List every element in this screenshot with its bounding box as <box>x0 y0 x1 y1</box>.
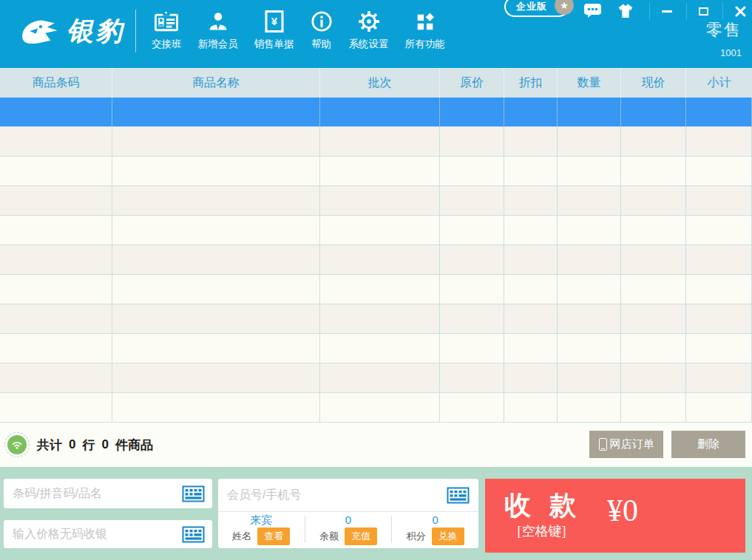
table-cell <box>558 363 621 393</box>
table-row[interactable] <box>0 127 752 157</box>
member-name-value: 来宾 <box>250 514 272 527</box>
table-row[interactable] <box>0 334 752 363</box>
table-cell <box>112 216 320 245</box>
phone-icon <box>599 438 607 451</box>
keyboard-icon[interactable] <box>447 487 470 504</box>
table-row[interactable] <box>0 157 752 186</box>
brand-name: 银豹 <box>67 13 124 49</box>
table-cell <box>440 186 504 216</box>
wifi-icon[interactable] <box>7 435 27 454</box>
column-header-subtotal: 小计 <box>686 68 752 98</box>
title-bar: 银豹 交接班 <box>0 0 752 68</box>
toolbar-item-label: 新增会员 <box>198 38 238 51</box>
table-cell <box>621 275 686 304</box>
brand-logo: 银豹 <box>18 13 124 49</box>
table-cell <box>320 393 440 423</box>
star-icon: ★ <box>555 0 574 15</box>
table-cell <box>320 127 440 157</box>
toolbar-item-sales-receipts[interactable]: ¥ 销售单据 <box>246 9 302 51</box>
table-cell <box>621 186 686 216</box>
table-cell <box>686 275 752 304</box>
toolbar-item-label: 帮助 <box>311 38 331 51</box>
table-cell <box>558 127 621 157</box>
price-input[interactable] <box>13 527 176 541</box>
table-cell <box>112 186 320 216</box>
toolbar-item-add-member[interactable]: 新增会员 <box>190 9 246 51</box>
delete-label: 删除 <box>697 437 719 451</box>
table-cell <box>504 186 558 216</box>
toolbar-item-system-settings[interactable]: 系统设置 <box>341 9 397 51</box>
member-balance-label: 余额 <box>319 530 339 543</box>
minimize-icon <box>662 10 672 13</box>
table-cell <box>504 157 558 186</box>
table-cell <box>621 334 686 363</box>
grid-icon <box>414 9 436 34</box>
table-row[interactable] <box>0 304 752 334</box>
table-row[interactable] <box>0 363 752 393</box>
barcode-input[interactable] <box>13 487 176 500</box>
close-button[interactable] <box>722 3 746 19</box>
keyboard-icon[interactable] <box>182 485 205 502</box>
table-cell <box>504 275 558 304</box>
table-body <box>0 98 752 423</box>
table-row[interactable] <box>0 216 752 245</box>
table-cell <box>621 98 686 127</box>
theme-tshirt-icon[interactable] <box>616 3 635 18</box>
pos-app-window: 银豹 交接班 <box>0 0 752 560</box>
table-row[interactable] <box>0 393 752 423</box>
table-cell <box>0 127 112 157</box>
redeem-button[interactable]: 兑换 <box>432 527 464 545</box>
table-cell <box>621 157 686 186</box>
member-input[interactable] <box>227 488 441 502</box>
member-name-section: 来宾 姓名 查看 <box>218 514 305 546</box>
table-row[interactable] <box>0 275 752 304</box>
member-info-row: 来宾 姓名 查看 0 余额 充值 0 <box>218 512 478 547</box>
table-row-selected[interactable] <box>0 98 752 127</box>
summary-items-label: 件商品 <box>115 437 153 454</box>
table-cell <box>0 186 112 216</box>
table-cell <box>504 216 558 245</box>
table-cell <box>621 245 686 275</box>
minimize-button[interactable] <box>649 3 672 19</box>
toolbar-item-label: 销售单据 <box>254 38 294 51</box>
receipt-yuan-icon: ¥ <box>265 9 284 34</box>
table-cell <box>504 304 558 334</box>
column-header-original-price: 原价 <box>440 68 504 98</box>
maximize-icon <box>699 7 708 16</box>
table-cell <box>440 363 504 393</box>
summary-rows-label: 行 <box>82 437 95 454</box>
price-input-box <box>4 520 212 548</box>
delete-button[interactable]: 删除 <box>671 431 745 458</box>
recharge-button[interactable]: 充值 <box>345 527 377 545</box>
table-cell <box>621 304 686 334</box>
toolbar-divider <box>135 10 136 52</box>
view-member-button[interactable]: 查看 <box>257 527 290 545</box>
table-row[interactable] <box>0 245 752 275</box>
checkout-panel: 来宾 姓名 查看 0 余额 充值 0 <box>0 467 752 560</box>
column-header-barcode: 商品条码 <box>0 68 112 98</box>
table-cell <box>621 393 686 423</box>
maximize-button[interactable] <box>686 3 708 19</box>
table-cell <box>686 216 752 245</box>
table-cell <box>0 304 112 334</box>
table-cell <box>440 275 504 304</box>
member-points-label: 积分 <box>407 530 426 543</box>
window-controls: 企业版 ★ <box>504 0 746 19</box>
table-cell <box>112 127 320 157</box>
table-cell <box>686 334 752 363</box>
toolbar-item-shift-handover[interactable]: 交接班 <box>143 9 190 51</box>
table-cell <box>0 216 112 245</box>
online-orders-button[interactable]: 网店订单 <box>589 431 663 458</box>
table-cell <box>504 98 558 127</box>
toolbar-item-all-functions[interactable]: 所有功能 <box>397 9 453 51</box>
feedback-chat-icon[interactable] <box>583 3 602 18</box>
column-header-discount: 折扣 <box>504 68 558 98</box>
table-cell <box>558 157 621 186</box>
table-cell <box>0 157 112 186</box>
member-points-value: 0 <box>433 514 438 527</box>
checkout-button[interactable]: 收 款 [空格键] ¥0 <box>485 479 745 553</box>
keyboard-icon[interactable] <box>182 526 205 543</box>
table-row[interactable] <box>0 186 752 216</box>
toolbar-item-help[interactable]: 帮助 <box>302 9 341 51</box>
table-cell <box>621 363 686 393</box>
